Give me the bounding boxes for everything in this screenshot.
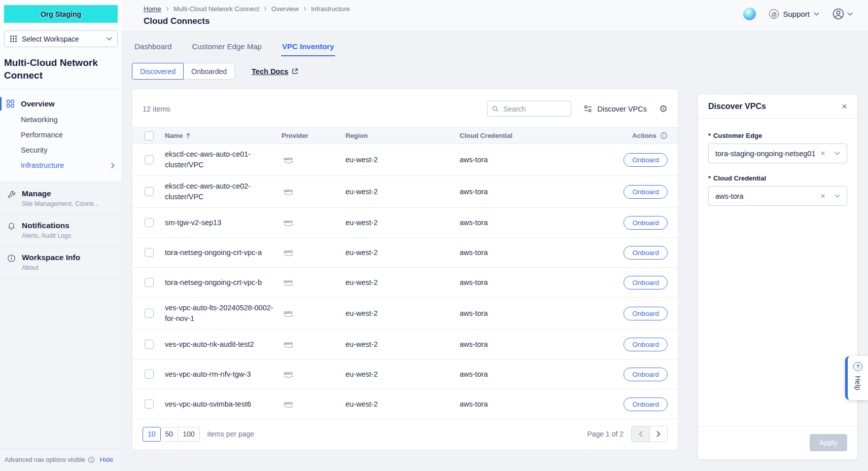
region-cell: eu-west-2 <box>345 248 460 257</box>
aws-provider-icon: aws <box>282 370 295 379</box>
region-cell: eu-west-2 <box>345 370 460 378</box>
table-row: ves-vpc-auto-svimba-test6 aws eu-west-2 … <box>132 389 678 419</box>
tab-dashboard[interactable]: Dashboard <box>127 38 179 56</box>
gear-icon[interactable]: ⚙ <box>659 104 668 114</box>
onboard-button[interactable]: Onboard <box>623 185 668 199</box>
onboard-button[interactable]: Onboard <box>623 307 668 320</box>
cloud-credential-cell: aws-tora <box>460 370 576 378</box>
table-body: eksctl-cec-aws-auto-ce01-cluster/VPC aws… <box>132 144 678 419</box>
row-checkbox[interactable] <box>145 370 154 379</box>
chevron-down-icon <box>847 12 853 16</box>
previous-page-button[interactable] <box>632 426 649 442</box>
bell-icon <box>7 221 16 239</box>
clear-icon[interactable]: × <box>820 149 825 158</box>
cloud-credential-cell: aws-tora <box>460 248 576 257</box>
breadcrumb-home-link[interactable]: Home <box>144 5 161 13</box>
help-tab-label: Help <box>854 376 862 390</box>
info-circle-icon[interactable] <box>660 132 668 139</box>
sidebar-item-security[interactable]: Security <box>0 142 122 158</box>
search-input[interactable] <box>502 104 566 114</box>
onboard-button[interactable]: Onboard <box>623 368 668 381</box>
aws-provider-icon: aws <box>282 248 295 257</box>
onboard-button[interactable]: Onboard <box>623 397 668 411</box>
toggle-onboarded[interactable]: Onboarded <box>184 63 235 80</box>
select-all-checkbox[interactable] <box>145 131 154 140</box>
page-size-50[interactable]: 50 <box>161 427 179 442</box>
required-marker: * <box>708 132 711 139</box>
workspace-selector[interactable]: Select Workspace <box>4 30 118 47</box>
tab-vpc-inventory[interactable]: VPC Inventory <box>274 38 342 56</box>
chevron-down-icon <box>814 12 819 16</box>
onboard-button[interactable]: Onboard <box>623 246 668 260</box>
sidebar-item-infrastructure[interactable]: Infrastructure <box>0 158 122 173</box>
tech-docs-link[interactable]: Tech Docs <box>252 67 298 76</box>
sidebar-item-performance[interactable]: Performance <box>0 127 122 142</box>
help-tab[interactable]: ? Help <box>845 356 868 400</box>
account-menu[interactable] <box>832 8 853 20</box>
apply-button[interactable]: Apply <box>810 434 847 451</box>
page-size-100[interactable]: 100 <box>178 427 199 442</box>
vpc-name-cell: ves-vpc-auto-lts-20240528-0002-for-nov-1 <box>165 298 282 329</box>
sidebar-item-networking[interactable]: Networking <box>0 112 122 127</box>
chevron-right-icon <box>166 7 169 11</box>
svg-text:aws: aws <box>284 248 293 254</box>
ai-assistant-icon[interactable] <box>743 8 756 20</box>
next-page-button[interactable] <box>649 426 667 442</box>
onboard-button[interactable]: Onboard <box>623 216 668 230</box>
sidebar-item-notifications[interactable]: Notifications Alerts, Audit Logs <box>0 214 122 246</box>
sidebar-item-overview[interactable]: Overview <box>0 95 122 112</box>
vpc-name-cell: ves-vpc-auto-nk-audit-test2 <box>165 334 282 355</box>
sidebar-item-label: Security <box>21 146 47 154</box>
chevron-right-icon <box>656 431 661 437</box>
help-question-icon: ? <box>853 362 862 371</box>
field-label-text: Cloud Credential <box>713 174 766 182</box>
table-row: tora-netseg-ongoing-crt-vpc-a aws eu-wes… <box>132 238 678 268</box>
pagination-bar: 10 50 100 items per page Page 1 of 2 <box>132 419 678 450</box>
column-header-name[interactable]: Name <box>165 132 183 139</box>
sidebar-section-label: Workspace Info <box>22 253 80 262</box>
onboard-button[interactable]: Onboard <box>623 338 668 351</box>
panel-title: Discover VPCs <box>708 102 766 111</box>
discover-vpcs-button[interactable]: Discover VPCs <box>583 105 647 113</box>
onboard-button[interactable]: Onboard <box>623 153 668 167</box>
sort-icon[interactable] <box>186 133 190 139</box>
row-checkbox[interactable] <box>145 340 154 349</box>
info-circle-icon <box>7 253 16 271</box>
tab-customer-edge-map[interactable]: Customer Edge Map <box>184 38 269 56</box>
customer-edge-select[interactable]: tora-staging-ongoing-netseg01 × <box>708 143 847 163</box>
svg-text:aws: aws <box>284 219 293 224</box>
table-row: eksctl-cec-aws-auto-ce01-cluster/VPC aws… <box>132 144 678 176</box>
page-info: Page 1 of 2 <box>587 430 623 438</box>
column-header-region: Region <box>345 132 460 139</box>
chevron-right-icon <box>303 7 306 11</box>
sidebar-item-manage[interactable]: Manage Site Management, Conne... <box>0 182 122 214</box>
cloud-credential-select[interactable]: aws-tora × <box>708 186 847 206</box>
row-checkbox[interactable] <box>145 248 154 257</box>
row-checkbox[interactable] <box>145 218 154 227</box>
table-row: eksctl-cec-aws-auto-ce02-cluster/VPC aws… <box>132 176 678 208</box>
pager <box>631 426 668 442</box>
vpc-name-cell: sm-tgw-v2-sep13 <box>165 212 282 233</box>
app-root: Org Staging Select Workspace Multi-Cloud… <box>0 0 868 471</box>
row-checkbox[interactable] <box>145 187 154 196</box>
row-checkbox[interactable] <box>145 309 154 318</box>
clear-icon[interactable]: × <box>820 192 825 200</box>
page-size-10[interactable]: 10 <box>143 427 161 442</box>
org-banner: Org Staging <box>4 5 118 23</box>
row-checkbox[interactable] <box>145 400 154 409</box>
column-header-cloud-credential: Cloud Credential <box>460 132 576 139</box>
hide-link[interactable]: Hide <box>100 456 114 463</box>
row-checkbox[interactable] <box>145 278 154 287</box>
sidebar-item-workspace-info[interactable]: Workspace Info About <box>0 246 122 278</box>
row-checkbox[interactable] <box>145 155 154 164</box>
filter-bar: Discovered Onboarded Tech Docs <box>132 63 868 80</box>
close-icon[interactable]: × <box>842 101 847 111</box>
svg-text:aws: aws <box>284 156 293 161</box>
svg-text:aws: aws <box>284 278 293 284</box>
breadcrumb-item: Overview <box>271 5 299 13</box>
toggle-discovered[interactable]: Discovered <box>132 63 184 80</box>
onboard-button[interactable]: Onboard <box>623 276 668 289</box>
support-menu[interactable]: @ Support <box>769 9 819 19</box>
page-size-selector: 10 50 100 <box>143 427 200 442</box>
vpc-name-cell: ves-vpc-auto-svimba-test6 <box>165 394 282 415</box>
